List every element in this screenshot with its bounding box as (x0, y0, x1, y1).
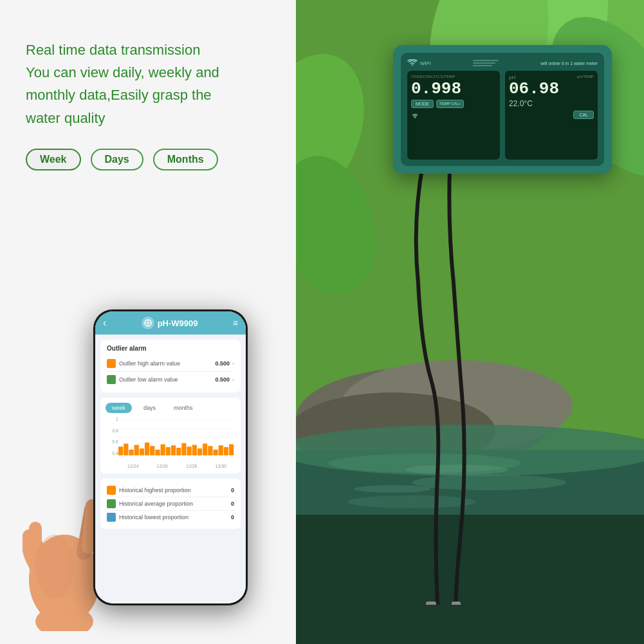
x-label-1: 12/24 (127, 464, 139, 468)
week-tab-button[interactable]: Week (26, 149, 81, 170)
hist-lowest-label: Historical lowest proportion (119, 514, 231, 520)
phone-header: ‹ pH-W9909 (95, 311, 246, 335)
right-display-value: 06.98 (509, 80, 594, 97)
alarm-low-label: Outlier low alarm value (119, 376, 215, 383)
alarm-high-value: 0.500 (215, 360, 230, 367)
chart-x-labels: 12/24 12/26 12/28 12/30 (118, 464, 235, 468)
svg-point-6 (35, 535, 74, 599)
alarm-high-row: Outlier high alarm value 0.500 › (107, 356, 234, 372)
main-container: Real time data transmission You can view… (0, 0, 644, 644)
description: Real time data transmission You can view… (26, 39, 277, 129)
hist-lowest-value: 0 (231, 514, 234, 520)
alarm-low-arrow: › (232, 376, 234, 383)
cal-button-container: CAL (509, 111, 594, 119)
y-label-2: 0.8 (106, 428, 118, 433)
logo-icon (143, 318, 152, 327)
y-label-1: 1 (106, 417, 118, 421)
chart-tab-days[interactable]: days (137, 403, 162, 413)
svg-rect-18 (140, 448, 144, 455)
svg-rect-17 (134, 445, 139, 455)
desc-line2: You can view daily, weekly and (26, 64, 219, 80)
line-decoration (473, 60, 499, 66)
desc-line3: monthly data,Easily grasp the (26, 87, 212, 103)
svg-rect-54 (426, 602, 436, 605)
chart-section: week days months 1 0.8 0.6 (100, 398, 241, 474)
svg-rect-25 (176, 448, 181, 455)
hist-avg-icon (107, 499, 116, 508)
tab-buttons-row: Week Days Months (26, 149, 277, 170)
svg-rect-22 (161, 445, 165, 455)
svg-rect-14 (118, 446, 123, 455)
svg-rect-19 (145, 443, 149, 455)
temp-display: 22.0°C (509, 99, 594, 108)
svg-rect-24 (171, 445, 176, 455)
svg-rect-34 (224, 447, 228, 455)
device-displays: TDS/EC/SALT/S.G/TEMP 0.998 MODE TEMP CAL… (407, 71, 598, 160)
alarm-high-label: Outlier high alarm value (119, 360, 215, 367)
phone-container: ‹ pH-W9909 (26, 190, 277, 625)
svg-rect-30 (203, 444, 207, 455)
right-display-label: pH/TEMP (577, 75, 594, 78)
phone-content: Outlier alarm Outlier high alarm value 0… (95, 335, 246, 603)
chart-main-area (118, 417, 235, 455)
menu-icon[interactable]: ≡ (233, 318, 238, 328)
svg-rect-21 (155, 450, 160, 455)
device-title: wifi online 6 in 1 water meter (540, 61, 598, 66)
right-panel: WIFI wifi online 6 in 1 water meter (296, 0, 644, 644)
svg-rect-29 (198, 448, 202, 455)
days-tab-button[interactable]: Days (91, 149, 143, 170)
chart-tabs: week days months (106, 403, 235, 413)
desc-line4: water quality (26, 110, 106, 126)
svg-rect-23 (166, 447, 170, 455)
y-label-3: 0.6 (106, 439, 118, 444)
bar-chart-svg (118, 417, 235, 459)
phone-screen: ‹ pH-W9909 (95, 311, 246, 603)
svg-rect-32 (213, 450, 217, 455)
svg-rect-28 (192, 445, 197, 455)
device-top-bar: WIFI wifi online 6 in 1 water meter (407, 59, 598, 67)
temp-cal-button[interactable]: TEMP CAL+ (436, 100, 464, 108)
description-text: Real time data transmission You can view… (26, 39, 277, 129)
hist-average-value: 0 (231, 501, 234, 507)
mode-buttons: MODE TEMP CAL+ (411, 100, 496, 108)
device-body: WIFI wifi online 6 in 1 water meter (393, 45, 612, 174)
chart-y-labels: 1 0.8 0.6 0.4 (106, 417, 118, 455)
hist-high-icon (107, 486, 116, 495)
phone-mockup: ‹ pH-W9909 (93, 309, 248, 605)
left-display-value: 0.998 (411, 80, 496, 97)
alarm-low-row: Outlier low alarm value 0.500 › (107, 372, 234, 387)
alarm-high-arrow: › (232, 360, 234, 367)
alarm-low-value: 0.500 (215, 376, 230, 383)
hist-average-row: Historical average proportion 0 (107, 497, 234, 511)
svg-rect-16 (129, 450, 133, 455)
chart-tab-months[interactable]: months (167, 403, 199, 413)
hist-highest-label: Historical highest proportion (119, 487, 231, 493)
device-inner: WIFI wifi online 6 in 1 water meter (401, 53, 604, 166)
hist-low-icon (107, 513, 116, 522)
svg-rect-26 (181, 443, 186, 455)
months-tab-button[interactable]: Months (153, 149, 218, 170)
svg-rect-15 (124, 444, 128, 455)
x-label-3: 12/28 (186, 464, 198, 468)
outlier-section: Outlier alarm Outlier high alarm value 0… (100, 340, 241, 392)
alarm-low-icon (107, 375, 116, 384)
app-logo (142, 317, 154, 329)
chart-tab-week[interactable]: week (106, 403, 132, 413)
wifi-small (411, 110, 496, 122)
display-right: pH pH/TEMP 06.98 22.0°C CAL (505, 71, 598, 160)
device-container: WIFI wifi online 6 in 1 water meter (380, 32, 625, 251)
x-label-4: 12/30 (215, 464, 226, 468)
wifi-small-icon (411, 113, 419, 119)
left-panel: Real time data transmission You can view… (0, 0, 296, 644)
x-label-2: 12/26 (156, 464, 168, 468)
cal-button[interactable]: CAL (573, 111, 594, 119)
back-icon[interactable]: ‹ (103, 317, 106, 329)
svg-rect-33 (219, 445, 223, 455)
svg-rect-20 (150, 446, 154, 455)
hist-lowest-row: Historical lowest proportion 0 (107, 511, 234, 524)
left-display-label: TDS/EC/SALT/S.G/TEMP (411, 75, 496, 78)
hist-highest-row: Historical highest proportion 0 (107, 484, 234, 497)
mode-button[interactable]: MODE (411, 100, 434, 108)
outlier-title: Outlier alarm (107, 345, 234, 352)
wifi-label: WIFI (407, 59, 431, 67)
